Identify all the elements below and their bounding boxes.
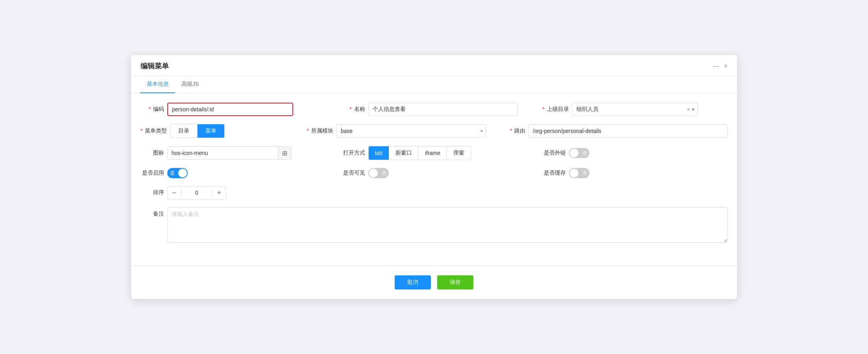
icon-label: 图标: [140, 149, 164, 157]
form-row-1: * 编码 * 名称 * 上级目录 组织人员: [140, 103, 728, 116]
open-method-tab[interactable]: tab: [369, 146, 389, 160]
cache-toggle[interactable]: 否: [569, 168, 589, 178]
sort-increment-button[interactable]: +: [212, 186, 226, 199]
header-actions: — ×: [713, 63, 728, 74]
module-select-wrapper: base ▾: [336, 124, 486, 138]
tab-advanced[interactable]: 高级JS: [175, 76, 205, 93]
close-icon[interactable]: ×: [724, 63, 728, 70]
cache-label-off: 否: [582, 170, 587, 177]
edit-menu-dialog: 编辑菜单 — × 基本信息 高级JS * 编码 * 名称: [131, 55, 737, 299]
minimize-icon[interactable]: —: [713, 63, 719, 70]
icon-grid-button[interactable]: ⊞: [278, 147, 291, 159]
visible-toggle[interactable]: 否: [368, 168, 389, 178]
remark-label: 备注: [140, 210, 164, 218]
enabled-label-on: 是: [170, 170, 175, 177]
route-input[interactable]: [528, 124, 728, 138]
dialog-body: * 编码 * 名称 * 上级目录 组织人员: [131, 93, 737, 258]
parent-label: * 上级目录: [542, 106, 569, 113]
cache-label: 是否缓存: [542, 170, 566, 177]
enabled-label: 是否启用: [140, 170, 164, 177]
name-field: * 名称: [342, 103, 527, 116]
visible-slider: 否: [368, 168, 389, 178]
parent-select-icons: × ▾: [687, 106, 698, 112]
remark-field: 备注: [140, 207, 728, 243]
parent-select-value: 组织人员: [573, 106, 687, 113]
route-field: * 路由: [502, 124, 728, 138]
dialog-header: 编辑菜单 — ×: [131, 55, 737, 76]
sort-input[interactable]: [181, 190, 212, 196]
module-required-star: *: [307, 127, 309, 134]
external-link-toggle-wrapper: 否: [569, 148, 589, 158]
name-required-star: *: [349, 106, 351, 112]
cache-field: 是否缓存 否: [542, 168, 728, 178]
enabled-slider: 是: [167, 168, 188, 178]
code-label: * 编码: [140, 106, 164, 113]
route-label: * 路由: [502, 127, 525, 135]
route-required-star: *: [510, 127, 512, 134]
icon-field-wrapper: ⊞: [167, 146, 292, 160]
open-method-group: tab 新窗口 iframe 弹窗: [368, 146, 471, 160]
tab-bar: 基本信息 高级JS: [131, 76, 737, 93]
code-input[interactable]: [167, 103, 293, 116]
clear-icon[interactable]: ×: [687, 106, 690, 112]
dialog-footer: 取消 保存: [131, 266, 737, 299]
sort-stepper: − +: [167, 186, 226, 199]
parent-field: * 上级目录 组织人员 × ▾: [542, 103, 728, 116]
name-input[interactable]: [368, 103, 518, 116]
visible-label: 是否可见: [342, 170, 365, 177]
form-row-4: 是否启用 是 是否可见: [140, 168, 728, 178]
sort-field: 排序 − +: [140, 186, 728, 199]
sort-label: 排序: [140, 189, 164, 196]
dialog-title: 编辑菜单: [140, 61, 169, 76]
name-label: * 名称: [342, 106, 365, 113]
enabled-field: 是否启用 是: [140, 168, 326, 178]
menu-type-required-star: *: [140, 127, 142, 134]
form-row-6: 备注: [140, 207, 728, 243]
cache-slider: 否: [569, 168, 589, 178]
parent-required-star: *: [542, 106, 544, 112]
open-method-iframe[interactable]: iframe: [419, 146, 447, 160]
open-method-new-window[interactable]: 新窗口: [389, 146, 419, 160]
visible-toggle-wrapper: 否: [368, 168, 389, 178]
external-link-slider: 否: [569, 148, 589, 158]
sort-decrement-button[interactable]: −: [168, 186, 181, 199]
menu-type-label: * 菜单类型: [140, 127, 167, 135]
visible-field: 是否可见 否: [342, 168, 527, 178]
external-link-toggle[interactable]: 否: [569, 148, 589, 158]
module-field: * 所属模块 base ▾: [307, 124, 486, 138]
tab-basic[interactable]: 基本信息: [140, 76, 175, 93]
remark-textarea[interactable]: [167, 207, 728, 243]
menu-type-field: * 菜单类型 目录 菜单: [140, 124, 291, 138]
open-method-label: 打开方式: [342, 149, 365, 157]
menu-type-group: 目录 菜单: [170, 124, 225, 138]
visible-label-off: 否: [382, 170, 386, 177]
form-row-3: 图标 ⊞ 打开方式 tab 新窗口 iframe 弹窗: [140, 146, 728, 160]
icon-input[interactable]: [168, 148, 278, 159]
module-select[interactable]: base: [336, 124, 486, 138]
form-row-2: * 菜单类型 目录 菜单 * 所属模块 base ▾: [140, 124, 728, 138]
external-link-field: 是否外链 否: [542, 148, 728, 158]
open-method-popup[interactable]: 弹窗: [447, 146, 471, 160]
enabled-toggle[interactable]: 是: [167, 168, 188, 178]
open-method-field: 打开方式 tab 新窗口 iframe 弹窗: [342, 146, 527, 160]
enabled-toggle-wrapper: 是: [167, 168, 188, 178]
cancel-button[interactable]: 取消: [395, 275, 431, 289]
external-link-label: 是否外链: [542, 149, 566, 157]
form-row-5: 排序 − +: [140, 186, 728, 199]
code-field: * 编码: [140, 103, 326, 116]
external-link-label-off: 否: [582, 150, 587, 157]
menu-type-directory[interactable]: 目录: [170, 124, 198, 138]
parent-select-wrapper[interactable]: 组织人员 × ▾: [572, 103, 698, 116]
menu-type-menu[interactable]: 菜单: [198, 124, 224, 138]
dropdown-icon[interactable]: ▾: [692, 106, 694, 112]
cache-toggle-wrapper: 否: [569, 168, 589, 178]
icon-field: 图标 ⊞: [140, 146, 326, 160]
code-required-star: *: [149, 106, 151, 112]
save-button[interactable]: 保存: [437, 275, 473, 289]
module-label: * 所属模块: [307, 127, 333, 135]
